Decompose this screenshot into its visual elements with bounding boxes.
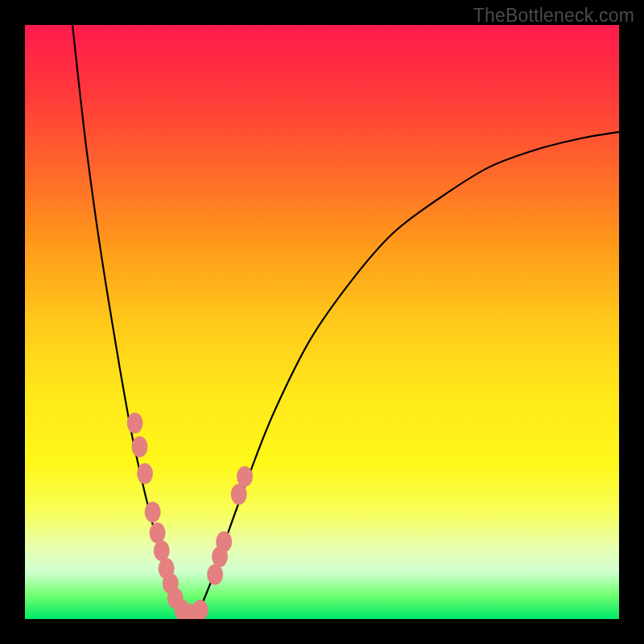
outer-frame xyxy=(0,0,644,644)
